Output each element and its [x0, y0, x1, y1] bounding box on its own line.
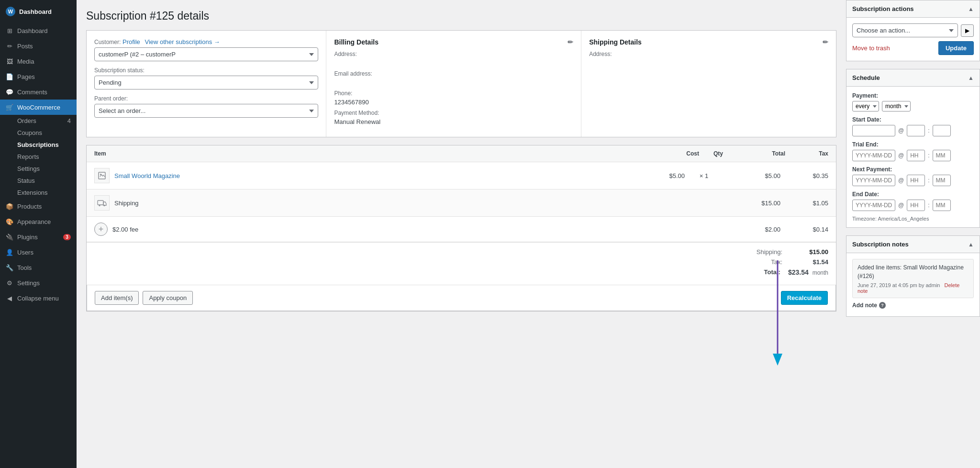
sidebar-item-settings[interactable]: Settings	[0, 163, 77, 175]
billing-title: Billing Details ✏	[334, 38, 573, 46]
items-container: Item Cost Qty Total Tax Small Woorld Mag…	[86, 145, 836, 312]
sidebar-item-plugins[interactable]: 🔌 Plugins 3	[0, 229, 77, 245]
sidebar-item-subscriptions[interactable]: Subscriptions	[0, 139, 77, 151]
sidebar-item-dashboard[interactable]: ⊞ Dashboard	[0, 23, 77, 38]
users-icon: 👤	[6, 248, 13, 256]
sidebar-item-coupons[interactable]: Coupons	[0, 127, 77, 139]
add-items-button[interactable]: Add item(s)	[95, 291, 139, 305]
billing-phone-value: 1234567890	[334, 99, 573, 106]
sidebar-item-settings2[interactable]: ⚙ Settings	[0, 275, 77, 290]
end-hour-input[interactable]	[907, 200, 925, 211]
right-sidebar: Subscription actions ▲ Choose an action.…	[846, 0, 980, 468]
dashboard-icon: ⊞	[6, 27, 13, 34]
main-content: Subscription #125 details Customer: Prof…	[77, 0, 846, 468]
parent-order-label: Parent order:	[94, 95, 318, 102]
product-link[interactable]: Small Woorld Magazine	[114, 172, 180, 179]
end-date-row: End Date: @ :	[852, 191, 974, 211]
sidebar-item-extensions[interactable]: Extensions	[0, 187, 77, 199]
view-other-subscriptions-link[interactable]: View other subscriptions →	[145, 38, 220, 45]
trial-date-input[interactable]	[852, 150, 895, 161]
subscription-actions-body: Choose an action... ▶ Move to trash Upda…	[846, 18, 980, 61]
item-name-col: Small Woorld Magazine	[94, 168, 627, 183]
sidebar-item-label: Dashboard	[17, 27, 48, 34]
next-payment-label: Next Payment:	[852, 166, 974, 173]
shipping-name-col: Shipping	[94, 195, 627, 211]
start-date-inputs: 2019-06-27 @ 08 : 47	[852, 125, 974, 136]
sidebar-item-status[interactable]: Status	[0, 175, 77, 187]
shipping-total-label: Shipping:	[744, 248, 782, 256]
trial-end-row: Trial End: @ :	[852, 141, 974, 161]
products-icon: 📦	[6, 202, 13, 210]
plugins-icon: 🔌	[6, 233, 13, 241]
period-select[interactable]: month	[882, 101, 911, 111]
actions-footer: Move to trash Update	[852, 41, 974, 55]
apply-coupon-button[interactable]: Apply coupon	[143, 291, 193, 305]
profile-link[interactable]: Profile	[122, 38, 140, 45]
sidebar-item-appearance[interactable]: 🎨 Appearance	[0, 214, 77, 229]
action-submit-button[interactable]: ▶	[961, 24, 974, 37]
sidebar-logo[interactable]: W Dashboard	[0, 0, 77, 23]
sidebar-item-label: Posts	[17, 43, 33, 50]
sidebar-item-posts[interactable]: ✏ Posts	[0, 38, 77, 54]
trial-hour-input[interactable]	[907, 150, 925, 161]
subscription-actions-toggle[interactable]: ▲	[968, 6, 974, 12]
sidebar-item-woocommerce[interactable]: 🛒 WooCommerce	[0, 100, 77, 115]
end-date-inputs: @ :	[852, 200, 974, 211]
next-date-input[interactable]	[852, 175, 895, 186]
sidebar-item-users[interactable]: 👤 Users	[0, 245, 77, 260]
sidebar-item-reports[interactable]: Reports	[0, 151, 77, 163]
item-tax: $0.35	[780, 172, 828, 179]
sidebar-item-orders[interactable]: Orders 4	[0, 115, 77, 127]
next-hour-input[interactable]	[907, 175, 925, 186]
customer-select[interactable]: customerP (#2 – customerP	[94, 47, 318, 61]
recalculate-button[interactable]: Recalculate	[781, 291, 828, 305]
item-total: $5.00	[723, 172, 780, 179]
collapse-icon: ◀	[6, 294, 13, 302]
parent-order-select[interactable]: Select an order...	[94, 104, 318, 118]
next-minute-input[interactable]	[933, 175, 951, 186]
svg-point-4	[104, 205, 105, 206]
action-select[interactable]: Choose an action...	[852, 23, 958, 37]
shipping-edit-icon[interactable]: ✏	[823, 38, 828, 46]
item-cost: $5.00	[627, 172, 685, 179]
svg-rect-2	[98, 201, 103, 205]
sidebar-item-tools[interactable]: 🔧 Tools	[0, 260, 77, 275]
end-date-input[interactable]	[852, 200, 895, 211]
move-to-trash-link[interactable]: Move to trash	[852, 45, 890, 52]
item-qty: × 1	[685, 172, 723, 179]
subscription-actions-box: Subscription actions ▲ Choose an action.…	[846, 0, 980, 61]
sidebar-item-comments[interactable]: 💬 Comments	[0, 84, 77, 100]
sidebar-item-products[interactable]: 📦 Products	[0, 199, 77, 214]
svg-point-3	[99, 205, 100, 206]
shipping-address-label: Address:	[589, 51, 828, 57]
sidebar-item-label: Settings	[17, 279, 40, 287]
shipping-row: Shipping $15.00 $1.05	[87, 189, 836, 217]
billing-edit-icon[interactable]: ✏	[568, 38, 573, 46]
every-select[interactable]: every	[852, 101, 879, 111]
notes-toggle[interactable]: ▲	[968, 241, 974, 248]
update-button[interactable]: Update	[938, 41, 974, 55]
payment-interval-row: every month	[852, 101, 974, 111]
start-date-input[interactable]: 2019-06-27	[852, 125, 895, 136]
sidebar-item-label: WooCommerce	[17, 104, 60, 111]
start-minute-input[interactable]: 47	[933, 125, 951, 136]
end-minute-input[interactable]	[933, 200, 951, 211]
content-wrapper: Subscription #125 details Customer: Prof…	[77, 0, 846, 468]
billing-address-label: Address:	[334, 51, 573, 57]
status-select[interactable]: Pending	[94, 76, 318, 89]
payment-method-value: Manual Renewal	[334, 118, 573, 125]
status-label: Status	[17, 177, 35, 184]
comments-icon: 💬	[6, 88, 13, 96]
posts-icon: ✏	[6, 42, 13, 50]
shipping-total-value: $15.00	[790, 248, 828, 256]
sidebar-item-collapse[interactable]: ◀ Collapse menu	[0, 290, 77, 306]
sidebar-item-media[interactable]: 🖼 Media	[0, 54, 77, 69]
sidebar-item-pages[interactable]: 📄 Pages	[0, 69, 77, 84]
schedule-toggle[interactable]: ▲	[968, 75, 974, 81]
page-title: Subscription #125 details	[86, 10, 836, 22]
plugins-badge: 3	[63, 234, 71, 240]
trial-minute-input[interactable]	[933, 150, 951, 161]
col-qty-header: Qty	[699, 150, 737, 157]
start-hour-input[interactable]: 08	[907, 125, 925, 136]
item-thumbnail	[94, 168, 110, 183]
